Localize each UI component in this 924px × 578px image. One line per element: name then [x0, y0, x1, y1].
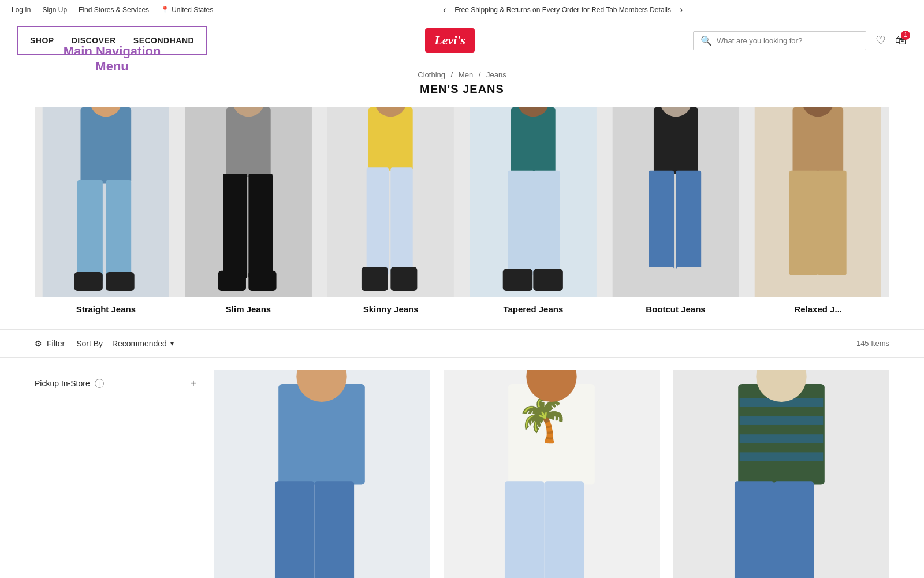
category-skinny-img — [319, 107, 462, 297]
signup-link[interactable]: Sign Up — [42, 6, 67, 14]
svg-rect-33 — [676, 267, 707, 291]
breadcrumb-clothing[interactable]: Clothing — [418, 70, 445, 79]
sort-chevron-icon: ▾ — [170, 340, 174, 348]
sort-spacer — [106, 339, 109, 348]
search-input[interactable] — [717, 36, 859, 45]
category-bootcut[interactable]: Bootcut Jeans — [605, 107, 747, 318]
category-tapered-img — [462, 107, 605, 297]
category-skinny[interactable]: Skinny Jeans — [319, 107, 462, 318]
svg-rect-22 — [511, 107, 556, 174]
find-stores-link[interactable]: Find Stores & Services — [79, 6, 149, 14]
svg-rect-51 — [545, 481, 584, 578]
items-count: 145 Items — [856, 339, 889, 348]
category-slim[interactable]: Slim Jeans — [177, 107, 320, 318]
product-card-1[interactable] — [214, 370, 430, 578]
logo[interactable]: Levi's — [425, 28, 475, 53]
product-card-3[interactable] — [673, 370, 889, 578]
main-content: Pickup In-Store i + — [0, 370, 924, 578]
svg-rect-29 — [654, 107, 698, 174]
location-pin-icon: 📍 — [161, 6, 169, 14]
header: SHOP DISCOVER SECONDHAND Main Navigation… — [0, 20, 924, 61]
announcement-details-link[interactable]: Details — [650, 6, 671, 14]
category-slim-img — [177, 107, 320, 297]
svg-rect-25 — [503, 269, 533, 291]
svg-rect-1 — [80, 107, 131, 184]
category-skinny-label: Skinny Jeans — [363, 297, 419, 318]
expand-icon: + — [190, 378, 196, 390]
announcement-bar: Log In Sign Up Find Stores & Services 📍 … — [0, 0, 924, 20]
breadcrumb-men[interactable]: Men — [459, 70, 473, 79]
svg-rect-56 — [740, 416, 824, 425]
svg-rect-18 — [362, 267, 388, 291]
product-img-3 — [673, 370, 889, 578]
announcement-next-btn[interactable]: › — [677, 5, 685, 15]
svg-rect-15 — [368, 107, 413, 171]
svg-rect-32 — [643, 267, 675, 291]
breadcrumb-jeans[interactable]: Jeans — [486, 70, 506, 79]
filter-left: ⚙ Filter Sort By Recommended ▾ — [35, 339, 174, 348]
filter-bar: ⚙ Filter Sort By Recommended ▾ 145 Items — [0, 329, 924, 358]
top-nav-links: Log In Sign Up Find Stores & Services 📍 … — [12, 6, 213, 14]
category-tapered[interactable]: Tapered Jeans — [462, 107, 605, 318]
product-grid: 🌴 — [214, 370, 889, 578]
cart-icon[interactable]: 🛍 1 — [895, 34, 907, 47]
filter-button[interactable]: ⚙ Filter — [35, 339, 65, 348]
svg-rect-38 — [818, 171, 847, 275]
announcement-text: Free Shipping & Returns on Every Order f… — [454, 6, 671, 14]
svg-rect-37 — [789, 171, 818, 275]
svg-rect-57 — [740, 434, 824, 443]
search-container[interactable]: 🔍 — [693, 31, 866, 50]
breadcrumb-sep-1: / — [451, 70, 455, 79]
sort-value: Recommended — [112, 339, 167, 348]
svg-rect-31 — [676, 171, 701, 275]
wishlist-icon[interactable]: ♡ — [875, 33, 886, 47]
svg-rect-30 — [649, 171, 674, 275]
sidebar-filter-pickup[interactable]: Pickup In-Store i + — [35, 370, 196, 398]
sidebar: Pickup In-Store i + — [35, 370, 196, 578]
category-bootcut-img — [605, 107, 747, 297]
filter-label: Filter — [47, 339, 65, 348]
svg-rect-5 — [106, 272, 134, 291]
main-nav: SHOP DISCOVER SECONDHAND Main Navigation… — [17, 26, 207, 55]
category-slim-label: Slim Jeans — [226, 297, 271, 318]
svg-rect-3 — [106, 180, 131, 281]
svg-rect-11 — [218, 271, 245, 291]
sort-label: Sort By — [76, 339, 103, 348]
category-relaxed[interactable]: Relaxed J... — [747, 107, 889, 318]
svg-rect-17 — [391, 167, 413, 275]
svg-rect-36 — [793, 107, 844, 174]
svg-rect-59 — [735, 481, 774, 578]
filter-icon: ⚙ — [35, 339, 42, 348]
product-img-1 — [214, 370, 430, 578]
login-link[interactable]: Log In — [12, 6, 31, 14]
svg-rect-50 — [505, 481, 545, 578]
category-straight[interactable]: Straight Jeans — [35, 107, 177, 318]
announcement-prev-btn[interactable]: ‹ — [440, 5, 449, 15]
location-link[interactable]: 📍 United States — [161, 6, 213, 14]
search-icon: 🔍 — [701, 35, 712, 46]
category-straight-label: Straight Jeans — [76, 297, 136, 318]
cart-badge: 1 — [901, 31, 910, 40]
sort-select[interactable]: Sort By Recommended ▾ — [76, 339, 174, 348]
svg-rect-23 — [508, 171, 534, 275]
svg-rect-9 — [223, 174, 247, 278]
svg-rect-12 — [248, 271, 276, 291]
svg-rect-4 — [74, 272, 103, 291]
category-relaxed-img — [747, 107, 889, 297]
svg-rect-26 — [533, 269, 563, 291]
info-icon: i — [95, 379, 104, 388]
category-bootcut-label: Bootcut Jeans — [646, 297, 705, 318]
page-title: MEN'S JEANS — [0, 83, 924, 107]
category-straight-img — [35, 107, 177, 297]
svg-rect-2 — [77, 180, 103, 281]
svg-rect-58 — [740, 452, 824, 461]
product-img-2: 🌴 — [444, 370, 660, 578]
svg-rect-16 — [367, 167, 389, 275]
product-card-2[interactable]: 🌴 — [444, 370, 660, 578]
svg-rect-24 — [533, 171, 560, 275]
category-tapered-label: Tapered Jeans — [503, 297, 563, 318]
nav-shop[interactable]: SHOP — [30, 36, 54, 45]
announcement-center: ‹ Free Shipping & Returns on Every Order… — [213, 5, 912, 15]
svg-rect-10 — [248, 174, 273, 278]
nav-overlay-label: Main NavigationMenu — [64, 44, 161, 74]
